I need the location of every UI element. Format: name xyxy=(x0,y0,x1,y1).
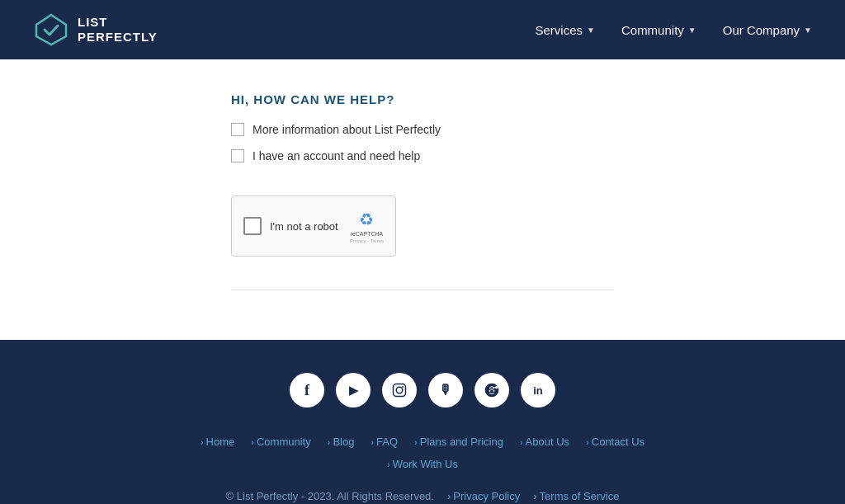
svg-rect-2 xyxy=(394,384,406,397)
instagram-icon[interactable] xyxy=(382,373,417,407)
footer-link-home[interactable]: › Home xyxy=(196,432,239,451)
footer-nav-row1: › Home › Community › Blog › FAQ › Plans … xyxy=(0,432,845,451)
linkedin-icon[interactable]: in xyxy=(521,373,555,407)
section-divider xyxy=(231,290,614,290)
arrow-icon: › xyxy=(533,490,536,502)
checkbox-account-help: I have an account and need help xyxy=(231,149,614,163)
arrow-icon: › xyxy=(586,437,589,447)
checkbox-more-info-label: More information about List Perfectly xyxy=(253,123,441,136)
chevron-down-icon: ▼ xyxy=(688,26,696,35)
captcha-left: I'm not a robot xyxy=(243,217,338,235)
section-title: HI, HOW CAN WE HELP? xyxy=(231,92,614,106)
arrow-icon: › xyxy=(387,459,390,469)
nav-community[interactable]: Community ▼ xyxy=(621,23,696,37)
chevron-down-icon: ▼ xyxy=(587,26,595,35)
captcha-widget[interactable]: I'm not a robot ♻ reCAPTCHA Privacy - Te… xyxy=(231,195,396,257)
nav-our-company[interactable]: Our Company ▼ xyxy=(723,23,812,37)
arrow-icon: › xyxy=(371,437,374,447)
footer-link-plans[interactable]: › Plans and Pricing xyxy=(409,432,508,451)
footer-nav: › Home › Community › Blog › FAQ › Plans … xyxy=(0,432,845,473)
footer-link-work-with-us[interactable]: › Work With Us xyxy=(382,455,463,473)
chevron-down-icon: ▼ xyxy=(804,26,812,35)
recaptcha-logo-icon: ♻ xyxy=(359,210,374,229)
arrow-icon: › xyxy=(520,437,523,447)
footer-link-blog[interactable]: › Blog xyxy=(323,432,360,451)
checkbox-account-help-label: I have an account and need help xyxy=(253,149,420,163)
youtube-icon[interactable]: ▶ xyxy=(336,373,371,407)
facebook-icon[interactable]: f xyxy=(290,373,324,407)
footer-copyright: © List Perfectly - 2023. All Rights Rese… xyxy=(0,490,845,502)
social-icons-row: f ▶ 🎙 in xyxy=(0,373,845,407)
main-content: HI, HOW CAN WE HELP? More information ab… xyxy=(0,59,845,340)
captcha-checkbox[interactable] xyxy=(243,217,262,235)
footer-nav-row2: › Work With Us xyxy=(0,455,845,473)
svg-rect-0 xyxy=(33,12,69,48)
footer-link-community[interactable]: › Community xyxy=(246,432,315,451)
footer-link-faq[interactable]: › FAQ xyxy=(366,432,403,451)
checkbox-more-info-input[interactable] xyxy=(231,123,244,136)
footer-tos-link[interactable]: › Terms of Service xyxy=(533,490,619,502)
nav-services[interactable]: Services ▼ xyxy=(536,23,595,37)
recaptcha-brand-label: reCAPTCHA xyxy=(351,231,384,237)
svg-point-4 xyxy=(402,386,404,388)
recaptcha-sub-label: Privacy - Terms xyxy=(350,238,384,243)
logo[interactable]: LIST PERFECTLY xyxy=(33,12,158,48)
logo-text: LIST PERFECTLY xyxy=(78,15,158,45)
podcast-icon[interactable]: 🎙 xyxy=(428,373,463,407)
captcha-label: I'm not a robot xyxy=(270,220,338,233)
copyright-text: © List Perfectly - 2023. All Rights Rese… xyxy=(226,490,434,502)
reddit-icon[interactable] xyxy=(474,373,509,407)
checkbox-more-info: More information about List Perfectly xyxy=(231,123,614,136)
arrow-icon: › xyxy=(201,437,204,447)
svg-point-5 xyxy=(485,384,499,398)
footer-privacy-link[interactable]: › Privacy Policy xyxy=(447,490,520,502)
arrow-icon: › xyxy=(447,490,451,502)
checkbox-account-help-input[interactable] xyxy=(231,149,244,163)
logo-icon xyxy=(33,12,69,48)
svg-point-7 xyxy=(493,390,495,392)
footer-link-about[interactable]: › About Us xyxy=(515,432,574,451)
svg-point-6 xyxy=(489,390,491,392)
main-nav: Services ▼ Community ▼ Our Company ▼ xyxy=(536,23,812,37)
header: LIST PERFECTLY Services ▼ Community ▼ Ou… xyxy=(0,0,845,59)
footer-link-contact[interactable]: › Contact Us xyxy=(581,432,649,451)
arrow-icon: › xyxy=(251,437,254,447)
svg-point-3 xyxy=(396,387,403,393)
arrow-icon: › xyxy=(328,437,331,447)
arrow-icon: › xyxy=(414,437,418,447)
footer: f ▶ 🎙 in › Home xyxy=(0,340,845,504)
captcha-brand: ♻ reCAPTCHA Privacy - Terms xyxy=(350,210,384,243)
